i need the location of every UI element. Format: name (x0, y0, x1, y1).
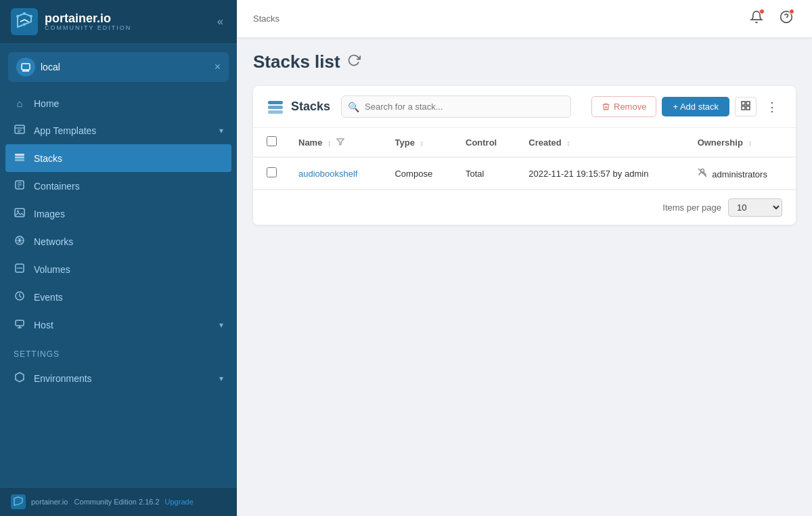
refresh-button[interactable] (347, 53, 361, 70)
svg-rect-24 (742, 102, 745, 105)
host-icon (14, 318, 26, 331)
row-ownership: administrators (687, 157, 796, 190)
ownership-icon (698, 169, 710, 179)
sidebar-item-containers[interactable]: Containers (0, 172, 237, 200)
sidebar-item-app-templates-label: App Templates (34, 125, 96, 136)
svg-rect-7 (15, 154, 24, 156)
upgrade-link[interactable]: Upgrade (165, 498, 194, 506)
environment-name: local (41, 62, 60, 72)
portainer-logo-icon (11, 8, 38, 35)
environments-chevron-icon: ▾ (219, 374, 223, 383)
stacks-card-icon (267, 98, 284, 116)
type-sort-icon[interactable]: ↕ (420, 139, 424, 147)
svg-rect-25 (746, 102, 750, 105)
breadcrumb: Stacks (253, 14, 279, 24)
footer-text: portainer.io Community Edition 2.16.2 (31, 498, 160, 506)
sidebar-item-events-label: Events (34, 292, 63, 303)
remove-button[interactable]: Remove (591, 96, 656, 117)
search-box: 🔍 (341, 95, 571, 118)
grid-icon (741, 101, 750, 110)
topbar-actions (747, 7, 796, 30)
sidebar-header: portainer.io COMMUNITY EDITION « (0, 0, 237, 44)
stacks-icon (14, 152, 26, 165)
volumes-icon (14, 263, 26, 276)
environment-close-button[interactable]: × (215, 61, 221, 73)
stacks-card-title: Stacks (291, 100, 330, 114)
images-icon (14, 207, 26, 220)
sidebar-item-home-label: Home (34, 98, 59, 109)
host-chevron-icon: ▾ (219, 320, 223, 330)
svg-rect-26 (742, 106, 745, 110)
table-container: Name ↕ Type ↕ (253, 128, 796, 190)
refresh-icon (347, 53, 361, 67)
table-footer: Items per page 10 25 50 100 (253, 190, 796, 225)
svg-rect-23 (268, 110, 283, 114)
app-templates-chevron-icon: ▾ (219, 126, 223, 135)
select-all-checkbox[interactable] (267, 136, 277, 146)
notification-badge (759, 9, 765, 14)
sidebar-scroll: local × ⌂ Home (0, 44, 237, 487)
sidebar-item-app-templates[interactable]: App Templates ▾ (0, 116, 237, 144)
svg-point-12 (17, 211, 19, 213)
sidebar-item-home[interactable]: ⌂ Home (0, 90, 237, 116)
sidebar-item-volumes[interactable]: Volumes (0, 255, 237, 283)
sidebar-nav-area: local × ⌂ Home (0, 44, 237, 516)
row-ownership-label: administrators (712, 169, 767, 179)
environment-badge[interactable]: local × (8, 52, 229, 82)
app-edition: COMMUNITY EDITION (45, 24, 131, 31)
svg-rect-5 (22, 64, 30, 70)
row-name: audiobookshelf (288, 157, 384, 190)
svg-point-4 (23, 23, 26, 26)
items-per-page-select[interactable]: 10 25 50 100 (728, 198, 782, 217)
svg-rect-22 (268, 106, 283, 109)
sidebar-item-host-label: Host (34, 320, 53, 330)
created-sort-icon[interactable]: ↕ (566, 139, 570, 147)
th-created: Created ↕ (518, 128, 686, 157)
sidebar: portainer.io COMMUNITY EDITION « (0, 0, 237, 516)
page-title: Stacks list (253, 51, 340, 72)
sidebar-item-images[interactable]: Images (0, 200, 237, 228)
view-toggle-button[interactable] (735, 97, 757, 116)
svg-rect-27 (746, 106, 750, 110)
sidebar-item-environments[interactable]: Environments ▾ (0, 364, 237, 392)
row-control: Total (455, 157, 518, 190)
svg-rect-9 (15, 159, 24, 161)
ownership-sort-icon[interactable]: ↕ (748, 139, 752, 147)
svg-rect-6 (15, 125, 24, 133)
main-content: Stacks Stacks list (237, 0, 812, 516)
sidebar-collapse-button[interactable]: « (215, 13, 226, 30)
search-icon: 🔍 (348, 102, 359, 112)
more-options-button[interactable]: ⋮ (762, 98, 782, 116)
stack-link[interactable]: audiobookshelf (298, 169, 357, 179)
settings-section-label: Settings (0, 339, 237, 364)
containers-icon (14, 179, 26, 192)
th-type: Type ↕ (384, 128, 455, 157)
notifications-button[interactable] (747, 7, 766, 30)
help-button[interactable] (777, 7, 796, 30)
logo-text: portainer.io COMMUNITY EDITION (45, 12, 131, 31)
svg-point-3 (30, 15, 32, 18)
name-sort-icon[interactable]: ↕ (328, 139, 332, 147)
toolbar-right: Remove + Add stack ⋮ (591, 96, 782, 117)
sidebar-item-environments-label: Environments (34, 373, 92, 384)
sidebar-item-events[interactable]: Events (0, 283, 237, 311)
search-input[interactable] (341, 95, 571, 118)
events-icon (14, 291, 26, 303)
sidebar-item-host[interactable]: Host ▾ (0, 311, 237, 339)
page-content: Stacks list Stacks (237, 38, 812, 516)
row-checkbox[interactable] (267, 167, 277, 177)
stacks-card: Stacks 🔍 Remove (253, 86, 796, 225)
sidebar-item-stacks[interactable]: Stacks (5, 144, 231, 172)
sidebar-item-containers-label: Containers (34, 181, 80, 192)
svg-point-2 (16, 15, 19, 18)
add-stack-button[interactable]: + Add stack (662, 97, 729, 116)
networks-icon (14, 235, 26, 248)
th-control: Control (455, 128, 518, 157)
card-title-area: Stacks (267, 98, 330, 116)
row-created: 2022-11-21 19:15:57 by admin (518, 157, 686, 190)
sidebar-item-networks[interactable]: Networks (0, 228, 237, 255)
items-per-page-label: Items per page (662, 202, 721, 213)
name-filter-icon[interactable] (336, 137, 344, 147)
sidebar-item-networks-label: Networks (34, 236, 73, 247)
table-row: audiobookshelf Compose Total 2022-11-21 … (253, 157, 796, 190)
